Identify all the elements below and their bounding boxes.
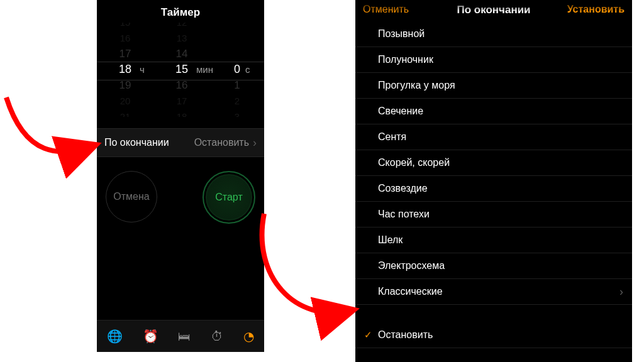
tab-timer-icon[interactable]: ◔ [243, 329, 254, 344]
sound-label: Прогулка у моря [378, 80, 623, 91]
when-ends-label: По окончании [104, 137, 169, 148]
start-button[interactable]: Старт [203, 171, 255, 224]
arrow-annotation-2 [262, 214, 351, 313]
picker-row[interactable]: 16 [97, 30, 153, 46]
sound-row[interactable]: Полуночник [355, 47, 632, 73]
sound-label: Позывной [378, 28, 623, 40]
sound-label: Шелк [378, 234, 623, 246]
sound-row[interactable]: Позывной [355, 21, 632, 47]
sound-list: ПозывнойПолуночникПрогулка у моряСвечени… [355, 21, 632, 305]
sound-label: Скорей, скорей [378, 157, 623, 168]
picker-row[interactable] [210, 23, 264, 30]
picker-row[interactable]: 2 [210, 93, 264, 109]
sound-row[interactable]: Шелк [355, 228, 632, 253]
picker-row[interactable]: 16 [153, 77, 210, 93]
picker-row[interactable]: 13 [153, 30, 210, 46]
stop-playing-row[interactable]: ✓ Остановить [355, 322, 632, 348]
sound-row[interactable]: Свечение [355, 99, 632, 124]
picker-row[interactable]: 0 [210, 62, 264, 77]
picker-row[interactable] [210, 30, 264, 46]
picker-row[interactable]: 20 [97, 93, 153, 109]
timer-screen: Таймер ч мин с 1516171819202112131415161… [97, 0, 264, 352]
sound-label: Свечение [378, 106, 623, 117]
sound-label: Сентя [378, 131, 623, 143]
cancel-button[interactable]: Отмена [106, 171, 157, 222]
sound-label: Классические [378, 286, 619, 297]
sound-row[interactable]: Скорей, скорей [355, 150, 632, 176]
checkmark-icon: ✓ [364, 329, 378, 341]
sound-label: Созвездие [378, 183, 623, 194]
picker-row[interactable]: 18 [153, 109, 210, 117]
picker-row[interactable]: 1 [210, 77, 264, 93]
picker-row[interactable]: 15 [153, 62, 210, 77]
picker-row[interactable]: 21 [97, 109, 153, 117]
sound-row[interactable]: Прогулка у моря [355, 73, 632, 99]
picker-row[interactable]: 18 [97, 62, 153, 77]
duration-picker[interactable]: ч мин с 15161718192021121314151617180123 [97, 23, 264, 117]
tab-stopwatch-icon[interactable]: ⏱ [211, 329, 223, 344]
picker-row[interactable]: 17 [153, 93, 210, 109]
sound-label: Час потехи [378, 209, 623, 220]
tab-bedtime-icon[interactable]: 🛏 [178, 329, 191, 344]
sound-row[interactable]: Электросхема [355, 253, 632, 279]
sound-row[interactable]: Час потехи [355, 202, 632, 228]
sound-picker-screen: Отменить По окончании Установить Позывно… [355, 0, 632, 349]
picker-row[interactable]: 3 [210, 109, 264, 117]
arrow-annotation-1 [6, 97, 93, 151]
sound-row[interactable]: Сентя [355, 124, 632, 150]
chevron-right-icon: › [619, 285, 623, 299]
picker-row[interactable] [210, 46, 264, 62]
tab-bar: 🌐⏰🛏⏱◔ [97, 320, 264, 352]
sound-label: Электросхема [378, 260, 623, 272]
stop-playing-label: Остановить [378, 329, 623, 341]
tab-world-clock-icon[interactable]: 🌐 [107, 329, 123, 344]
picker-row[interactable]: 12 [153, 23, 210, 30]
picker-row[interactable]: 14 [153, 46, 210, 62]
when-ends-value: Остановить [194, 137, 249, 148]
tab-alarm-icon[interactable]: ⏰ [143, 329, 158, 344]
screen-title: Таймер [97, 0, 264, 23]
when-timer-ends-row[interactable]: По окончании Остановить › [97, 128, 264, 157]
sound-row[interactable]: Классические› [355, 279, 632, 305]
picker-row[interactable]: 19 [97, 77, 153, 93]
sound-label: Полуночник [378, 54, 623, 65]
picker-row[interactable]: 15 [97, 23, 153, 30]
chevron-right-icon: › [253, 136, 257, 150]
picker-row[interactable]: 17 [97, 46, 153, 62]
sound-row[interactable]: Созвездие [355, 176, 632, 202]
